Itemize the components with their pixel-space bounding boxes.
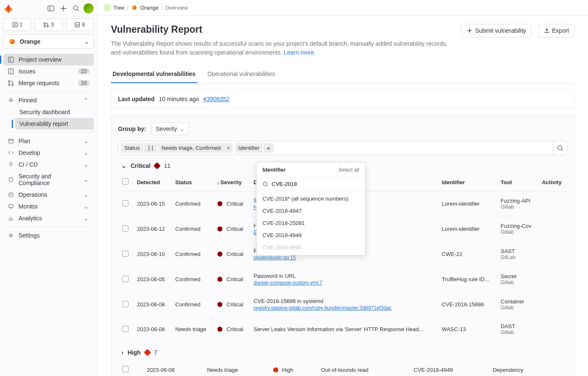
nav-settings[interactable]: Settings	[3, 230, 94, 241]
filter-token-identifier[interactable]: Identifier =	[235, 143, 274, 153]
nav-monitor[interactable]: Monitor⌄	[3, 201, 94, 212]
cell-severity: Critical	[213, 217, 249, 242]
remove-token-icon[interactable]: ×	[224, 145, 232, 151]
tab-operational[interactable]: Operational vulnerabilities	[206, 65, 277, 83]
row-checkbox[interactable]	[122, 200, 129, 206]
dropdown-item[interactable]: CVE-2018-25091	[257, 217, 365, 229]
gear-icon	[8, 232, 14, 239]
submit-vulnerability-button[interactable]: Submit vulnerability	[461, 24, 531, 37]
col-activity[interactable]: Activity	[538, 173, 567, 191]
nav-merge-requests[interactable]: Merge requests 10	[3, 77, 94, 89]
row-checkbox[interactable]	[122, 251, 129, 257]
dropdown-search-input[interactable]	[272, 181, 359, 187]
dropdown-item[interactable]: CVE-2018* (all sequence numbers)	[257, 193, 365, 205]
col-identifier[interactable]: Identifier	[438, 173, 496, 191]
cell-identifier: CVE-2018-15686	[438, 292, 496, 317]
select-all-checkbox[interactable]	[122, 178, 129, 185]
nav-issues[interactable]: Issues 23	[3, 65, 94, 77]
cell-status: Confirmed	[171, 267, 213, 292]
cell-severity: Critical	[213, 191, 249, 217]
nav-operations[interactable]: Operations⌄	[3, 189, 94, 201]
nav-security[interactable]: Security and Compliance⌄	[3, 170, 94, 189]
row-checkbox[interactable]	[122, 276, 129, 282]
dropdown-item[interactable]: CVE-2018-4995	[257, 241, 365, 253]
row-checkbox[interactable]	[122, 366, 129, 372]
vulnerability-title[interactable]: Server Leaks Version Information via 'Se…	[254, 326, 423, 332]
vulnerability-path-link[interactable]: docker-compose-custom.yml:7	[254, 280, 433, 286]
filter-token-status[interactable]: Status || Needs triage, Confirmed ×	[121, 143, 233, 153]
cell-severity: Critical	[213, 242, 249, 267]
nav-label: Issues	[18, 68, 74, 75]
row-checkbox[interactable]	[122, 225, 129, 232]
filter-search-button[interactable]	[553, 141, 567, 154]
svg-line-13	[10, 70, 12, 73]
chevron-down-icon: ⌄	[121, 162, 126, 169]
nav-project-overview[interactable]: Project overview	[3, 54, 94, 65]
svg-rect-17	[9, 139, 13, 144]
cell-severity: Critical	[213, 292, 249, 317]
filters-panel: Group by: Severity ⌄ Status || Needs tri…	[111, 115, 575, 376]
row-checkbox[interactable]	[122, 301, 129, 307]
svg-marker-30	[218, 251, 222, 257]
group-header-high[interactable]: › High 7	[118, 342, 567, 360]
project-context-switcher[interactable]: Orange ⌄	[3, 34, 94, 49]
cell-tool: ContainerGitlab	[496, 292, 538, 317]
breadcrumb-project[interactable]: Orange	[140, 5, 158, 11]
cell-identifier: Lorem-identifier	[438, 217, 496, 242]
dropdown-item[interactable]: CVE-2018-4949	[257, 229, 365, 241]
dropdown-item[interactable]: CVE-2018-4947	[257, 205, 365, 217]
col-severity[interactable]: ↓Severity	[213, 173, 249, 191]
cell-detected: 2023-06-08	[133, 317, 171, 342]
export-button[interactable]: Export	[538, 24, 575, 37]
filter-bar[interactable]: Status || Needs triage, Confirmed × Iden…	[118, 141, 567, 155]
user-avatar[interactable]	[84, 3, 94, 13]
cell-status: Needs triage	[171, 317, 213, 342]
search-icon[interactable]	[71, 3, 81, 13]
vulnerability-title[interactable]: Out-of-bounds read	[321, 367, 368, 373]
issues-icon	[8, 68, 14, 75]
pipeline-link[interactable]: #3908352	[203, 96, 229, 102]
vulnerability-path-link[interactable]: registry.staging.gitlab.com/ruby-bundler…	[254, 305, 433, 311]
mr-pill[interactable]: 3	[34, 18, 62, 31]
code-icon	[8, 149, 14, 156]
col-detected[interactable]: Detected	[133, 173, 171, 191]
plus-icon[interactable]	[58, 3, 68, 13]
vulnerability-path-link[interactable]: plugin/plugin.go:15	[254, 255, 433, 261]
gitlab-logo[interactable]	[3, 3, 13, 13]
severity-high-icon	[144, 349, 151, 356]
nav-plan[interactable]: Plan⌄	[3, 135, 94, 147]
severity-hexagon-icon	[273, 367, 279, 373]
nav-analytics[interactable]: Analytics⌄	[3, 212, 94, 224]
issues-pill[interactable]: 2	[3, 18, 31, 31]
svg-marker-29	[218, 226, 222, 232]
svg-point-14	[8, 81, 10, 82]
chevron-down-icon: ⌄	[84, 176, 89, 183]
table-row: 2023-06-08Needs triageCriticalServer Lea…	[118, 317, 567, 342]
vulnerability-title[interactable]: Password in URL	[254, 273, 296, 279]
nav-vulnerability-report[interactable]: Vulnerability report	[15, 118, 94, 130]
tab-developmental[interactable]: Developmental vulnerabilities	[111, 65, 197, 83]
cell-status: Confirmed	[171, 191, 213, 217]
learn-more-link[interactable]: Learn more.	[284, 49, 315, 56]
nav-label: Security dashboard	[19, 109, 89, 115]
nav-label: Operations	[18, 191, 79, 198]
panel-icon[interactable]	[46, 3, 56, 13]
row-checkbox[interactable]	[122, 326, 129, 332]
cell-identifier: Lorem-identifier	[438, 191, 496, 217]
nav-cicd[interactable]: CI / CD⌄	[3, 159, 94, 170]
table-row: 2023-06-08ConfirmedCriticalCVE-2018-1568…	[118, 292, 567, 317]
nav-pinned[interactable]: Pinned ⌃	[3, 94, 94, 106]
nav-develop[interactable]: Develop⌄	[3, 147, 94, 159]
cell-identifier: WASC-13	[438, 317, 496, 342]
nav-label: Project overview	[18, 56, 89, 63]
col-status[interactable]: Status	[171, 173, 213, 191]
col-tool[interactable]: Tool	[496, 173, 538, 191]
nav-security-dashboard[interactable]: Security dashboard	[15, 106, 94, 118]
breadcrumb-group[interactable]: Tree	[113, 5, 124, 11]
vulnerability-title[interactable]: CVE-2018-15686 in systemd	[254, 298, 323, 304]
pin-icon	[8, 97, 14, 104]
cell-description: CVE-2018-15686 in systemdregistry.stagin…	[249, 292, 438, 317]
group-by-dropdown[interactable]: Severity ⌄	[151, 123, 189, 135]
select-all-link[interactable]: Select all	[339, 167, 359, 173]
todos-pill[interactable]: 8	[66, 18, 94, 31]
